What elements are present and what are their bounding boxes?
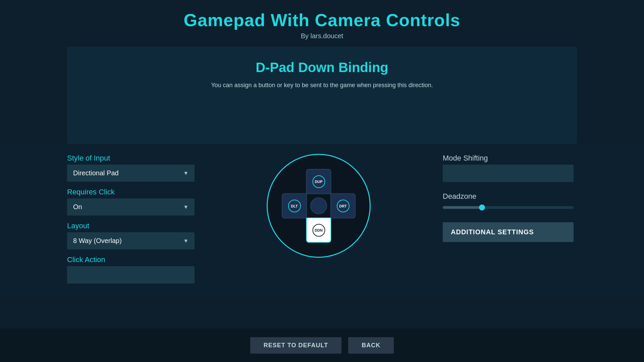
- header: Gamepad With Camera Controls By lars.dou…: [0, 0, 644, 47]
- style-of-input-label: Style of Input: [67, 154, 195, 163]
- panel-title: D-Pad Down Binding: [87, 60, 557, 75]
- click-action-group: Click Action: [67, 255, 195, 284]
- layout-group: Layout 8 Way (Overlap) ▼: [67, 222, 195, 249]
- deadzone-group: Deadzone: [443, 192, 577, 209]
- style-of-input-dropdown[interactable]: Directional Pad ▼: [67, 165, 195, 182]
- right-controls: Mode Shifting Deadzone ADDITIONAL SETTIN…: [443, 154, 577, 242]
- layout-arrow-icon: ▼: [183, 238, 189, 244]
- requires-click-dropdown[interactable]: On ▼: [67, 198, 195, 216]
- app-title: Gamepad With Camera Controls: [0, 10, 644, 30]
- footer: RESET TO DEFAULT BACK: [0, 328, 644, 362]
- dpad-up-button[interactable]: DUP: [306, 169, 331, 194]
- bottom-area: Style of Input Directional Pad ▼ Require…: [0, 144, 644, 295]
- dpad-right-label: DRT: [337, 199, 350, 212]
- dpad-circle: DUP DLT: [267, 154, 371, 258]
- panel-description: You can assign a button or key to be sen…: [87, 82, 557, 89]
- content-panel: D-Pad Down Binding You can assign a butt…: [67, 47, 577, 144]
- requires-click-group: Requires Click On ▼: [67, 188, 195, 216]
- reset-to-default-button[interactable]: RESET TO DEFAULT: [250, 337, 341, 354]
- dpad-left-label: DLT: [288, 199, 301, 212]
- dpad-cross: DUP DLT: [282, 169, 356, 243]
- deadzone-slider[interactable]: [443, 206, 574, 209]
- dpad-down-circle: DDN: [312, 224, 325, 237]
- layout-dropdown[interactable]: 8 Way (Overlap) ▼: [67, 232, 195, 249]
- dpad-center: [310, 197, 327, 214]
- dpad-down-label: DDN: [312, 224, 325, 237]
- style-of-input-value: Directional Pad: [73, 169, 119, 177]
- dpad-left-circle: DLT: [288, 199, 301, 212]
- slider-track: [443, 206, 574, 209]
- back-button[interactable]: BACK: [348, 337, 394, 354]
- slider-thumb[interactable]: [479, 204, 485, 210]
- requires-click-label: Requires Click: [67, 188, 195, 196]
- layout-value: 8 Way (Overlap): [73, 237, 122, 245]
- dpad-right-circle: DRT: [337, 199, 350, 212]
- layout-label: Layout: [67, 222, 195, 230]
- style-of-input-group: Style of Input Directional Pad ▼: [67, 154, 195, 182]
- requires-click-value: On: [73, 203, 82, 211]
- style-of-input-arrow-icon: ▼: [183, 170, 189, 176]
- dpad-up-label: DUP: [312, 175, 325, 188]
- app-subtitle: By lars.doucet: [0, 32, 644, 40]
- dpad-left-button[interactable]: DLT: [282, 193, 307, 219]
- left-controls: Style of Input Directional Pad ▼ Require…: [67, 154, 195, 284]
- click-action-label: Click Action: [67, 255, 195, 264]
- requires-click-arrow-icon: ▼: [183, 204, 189, 210]
- mode-shifting-group: Mode Shifting: [443, 154, 577, 182]
- mode-shifting-label: Mode Shifting: [443, 154, 577, 163]
- dpad-down-button[interactable]: DDN: [306, 218, 331, 243]
- dpad-up-circle: DUP: [312, 175, 325, 188]
- center-diagram: DUP DLT: [215, 154, 423, 258]
- mode-shifting-box[interactable]: [443, 165, 574, 182]
- dpad-right-button[interactable]: DRT: [330, 193, 356, 219]
- additional-settings-button[interactable]: ADDITIONAL SETTINGS: [443, 222, 574, 242]
- click-action-box[interactable]: [67, 266, 195, 284]
- deadzone-label: Deadzone: [443, 192, 577, 201]
- slider-fill: [443, 206, 482, 209]
